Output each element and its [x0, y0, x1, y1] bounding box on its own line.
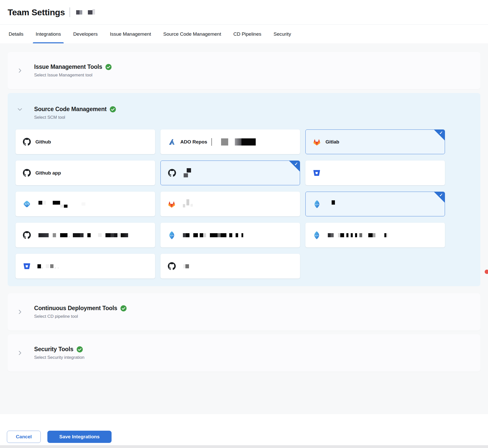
- redacted-text: [80, 233, 84, 237]
- redacted-text: [42, 268, 43, 268]
- redacted-text: [111, 233, 114, 237]
- code-rhombus-icon: </>: [167, 231, 177, 240]
- section-header[interactable]: Continuous Deployment Tools: [34, 304, 470, 312]
- section-subtitle: Select CD pipeline tool: [34, 314, 470, 319]
- redacted-text: [183, 264, 185, 268]
- section-subtitle: Select SCM tool: [34, 115, 470, 120]
- redacted-text: [88, 10, 92, 15]
- redacted-text-run: [180, 201, 193, 207]
- chevron-right-icon[interactable]: [17, 68, 23, 74]
- redacted-text: [183, 233, 186, 237]
- scm-tool-grid: GithubADO ReposGitlab✓Github app✓</></>✓…: [16, 129, 470, 279]
- scm-tool-card[interactable]: </>: [305, 223, 445, 247]
- section-header[interactable]: Source Code Management: [34, 105, 470, 113]
- redacted-text: [50, 264, 53, 268]
- redacted-text-run: [180, 233, 243, 237]
- redacted-text: [384, 233, 386, 237]
- check-icon: ✓: [439, 131, 443, 135]
- redacted-text: [221, 233, 226, 237]
- svg-text:</>: </>: [24, 203, 29, 205]
- scm-tool-card[interactable]: </>: [160, 223, 300, 247]
- redacted-text: [241, 233, 243, 237]
- footer-buttons: Cancel Save Integrations: [7, 431, 112, 443]
- redacted-text: [76, 10, 79, 15]
- redacted-text-run: [326, 202, 335, 206]
- redacted-text: [105, 233, 111, 237]
- section-title: Source Code Management: [34, 105, 106, 113]
- gitlab-icon: [167, 200, 177, 208]
- redacted-text: [79, 10, 82, 15]
- redacted-text: [387, 233, 388, 237]
- redacted-text: [121, 233, 128, 237]
- redacted-text: [241, 138, 256, 146]
- github-icon: [22, 138, 32, 146]
- redacted-text: [38, 233, 49, 237]
- check-circle-icon: [110, 106, 116, 113]
- redacted-text: [229, 233, 232, 237]
- scm-tool-card-ado-repos[interactable]: ADO Repos: [160, 129, 300, 154]
- svg-text:</>: </>: [315, 234, 318, 236]
- tab-integrations[interactable]: Integrations: [36, 25, 61, 43]
- scm-tool-card[interactable]: [160, 192, 300, 216]
- redacted-text: [87, 233, 91, 237]
- github-icon: [22, 169, 32, 177]
- tab-cd-pipelines[interactable]: CD Pipelines: [233, 25, 261, 43]
- redacted-text: [184, 173, 188, 177]
- scm-tool-card[interactable]: [16, 254, 155, 279]
- redacted-text: [117, 233, 121, 237]
- content-area: Issue Management ToolsSelect Issue Manag…: [0, 43, 488, 414]
- redacted-text: [346, 233, 348, 237]
- check-icon: ✓: [294, 162, 298, 166]
- tab-developers[interactable]: Developers: [73, 25, 98, 43]
- scm-tool-card-gitlab[interactable]: Gitlab✓: [305, 129, 445, 154]
- cancel-button[interactable]: Cancel: [7, 431, 41, 443]
- scm-tool-card[interactable]: </>✓: [305, 192, 445, 216]
- scm-tool-card[interactable]: [160, 254, 300, 279]
- tool-label: ADO Repos: [180, 139, 207, 145]
- chevron-right-icon[interactable]: [17, 350, 23, 356]
- section-security-tools: Security ToolsSelect Security integratio…: [8, 334, 480, 372]
- redacted-text: [211, 138, 212, 146]
- redacted-text: [328, 233, 331, 237]
- chevron-down-icon[interactable]: [17, 106, 23, 112]
- tab-details[interactable]: Details: [9, 25, 23, 43]
- redacted-text: [187, 168, 191, 173]
- github-icon: [167, 262, 177, 270]
- tab-security[interactable]: Security: [274, 25, 291, 43]
- redacted-text-run: [325, 233, 388, 237]
- redacted-text: [332, 200, 335, 205]
- redacted-text: [221, 138, 228, 146]
- scm-tool-card[interactable]: </>: [16, 192, 155, 216]
- save-integrations-button[interactable]: Save Integrations: [47, 431, 112, 443]
- section-header[interactable]: Security Tools: [34, 345, 470, 353]
- tab-source-code-management[interactable]: Source Code Management: [163, 25, 221, 43]
- redacted-text-run: [181, 171, 191, 175]
- redacted-text: [210, 233, 218, 237]
- gitlab-icon: [312, 138, 322, 146]
- redacted-text: [114, 233, 117, 237]
- notification-badge: [485, 270, 488, 274]
- redacted-text: [98, 233, 102, 237]
- redacted-text: [235, 138, 241, 146]
- redacted-text: [38, 201, 42, 205]
- section-header[interactable]: Issue Management Tools: [34, 63, 470, 71]
- redacted-text: [193, 233, 198, 237]
- section-subtitle: Select Security integration: [34, 355, 470, 360]
- redacted-text: [338, 233, 340, 237]
- scm-tool-card-github[interactable]: Github: [16, 129, 155, 154]
- scm-tool-card[interactable]: [16, 223, 155, 247]
- scm-tool-card[interactable]: [305, 161, 445, 185]
- redacted-text: [55, 268, 56, 268]
- redacted-text: [236, 233, 238, 237]
- chevron-right-icon[interactable]: [17, 309, 23, 315]
- scm-tool-card-github-app[interactable]: Github app: [16, 161, 155, 185]
- scm-tool-card[interactable]: ✓: [160, 161, 300, 185]
- section-issue-management-tools: Issue Management ToolsSelect Issue Manag…: [8, 52, 480, 89]
- redacted-text: [43, 201, 46, 205]
- redacted-text-run: [35, 264, 59, 268]
- github-icon: [22, 231, 32, 239]
- svg-text:</>: </>: [170, 234, 173, 236]
- sections-list: Issue Management ToolsSelect Issue Manag…: [8, 52, 480, 372]
- tab-issue-management[interactable]: Issue Management: [110, 25, 151, 43]
- check-circle-icon: [105, 64, 112, 70]
